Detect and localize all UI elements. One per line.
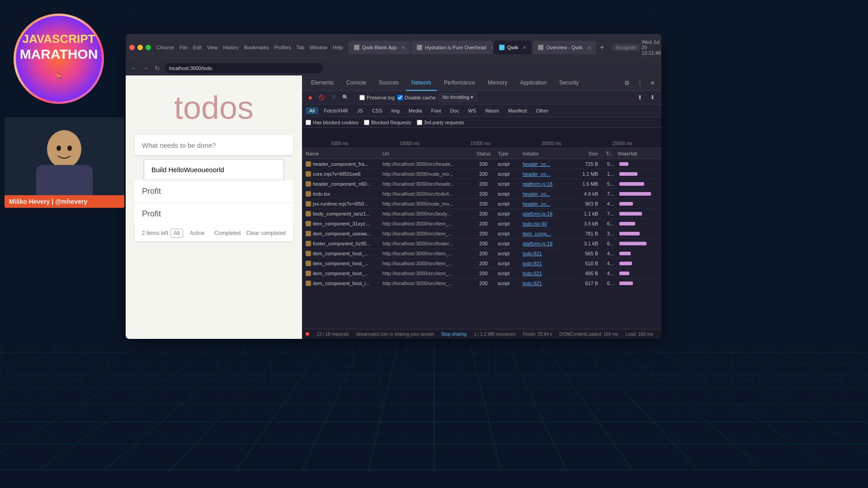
blocked-cookies-checkbox[interactable] <box>306 120 311 125</box>
tab-close-icon[interactable]: ✕ <box>523 45 526 50</box>
filter-icon[interactable]: ▽ <box>329 93 338 102</box>
table-row[interactable]: item_component_host_... http://localhost… <box>302 268 661 278</box>
menu-profiles[interactable]: Profiles <box>274 45 291 50</box>
filter-img-btn[interactable]: Img <box>388 107 403 114</box>
table-row[interactable]: todo.tsx http://localhost:3000/src/todo/… <box>302 189 661 199</box>
menu-view[interactable]: View <box>207 45 218 50</box>
devtools-tab-application[interactable]: Application <box>514 75 552 91</box>
disable-cache-label[interactable]: Disable cache <box>397 95 436 100</box>
filter-css-btn[interactable]: CSS <box>368 107 386 114</box>
todo-items-list: Profit Profit <box>126 180 302 225</box>
devtools-close-icon[interactable]: ✕ <box>647 78 658 89</box>
third-party-checkbox[interactable] <box>417 120 422 125</box>
col-initiator[interactable]: Initiator <box>521 151 571 156</box>
preserve-log-checkbox[interactable] <box>359 95 365 100</box>
filter-ws-btn[interactable]: WS <box>464 107 480 114</box>
tab-qwik[interactable]: Qwik ✕ <box>494 41 532 54</box>
reload-button[interactable]: ↻ <box>153 64 162 73</box>
blocked-cookies-label[interactable]: Has blocked cookies <box>306 120 359 125</box>
todo-new-input[interactable] <box>135 135 293 155</box>
filter-completed[interactable]: Completed <box>211 229 244 238</box>
menu-window[interactable]: Window <box>310 45 327 50</box>
menu-file[interactable]: File <box>179 45 188 50</box>
menu-chrome[interactable]: Chrome <box>156 45 174 50</box>
col-waterfall[interactable]: Waterfall <box>616 151 660 156</box>
search-icon[interactable]: 🔍 <box>341 93 350 102</box>
col-time[interactable]: Ti... <box>600 151 616 156</box>
table-row[interactable]: core.mjs?v=6f501ee8 http://localhost:300… <box>302 169 661 179</box>
devtools-panel: Elements Console Sources Network Perform… <box>302 75 661 339</box>
filter-active[interactable]: Active <box>187 229 208 238</box>
col-name[interactable]: Name <box>304 151 381 156</box>
clear-completed[interactable]: Clear completed <box>246 230 286 236</box>
filter-js-btn[interactable]: JS <box>354 107 367 114</box>
devtools-more-icon[interactable]: ⋮ <box>634 78 645 89</box>
filter-other-btn[interactable]: Other <box>532 107 552 114</box>
tab-hydration[interactable]: Hydration is Pure Overhead ✕ <box>411 41 493 54</box>
todo-item-1[interactable]: Profit <box>135 180 293 203</box>
menu-edit[interactable]: Edit <box>193 45 202 50</box>
filter-fetch-btn[interactable]: Fetch/XHR <box>320 107 352 114</box>
menu-bookmarks[interactable]: Bookmarks <box>244 45 269 50</box>
table-row[interactable]: footer_component_hz95... http://localhos… <box>302 239 661 249</box>
devtools-settings-icon[interactable]: ⚙ <box>622 78 632 89</box>
devtools-tab-memory[interactable]: Memory <box>482 75 513 91</box>
devtools-tab-performance[interactable]: Performance <box>439 75 481 91</box>
devtools-tab-elements[interactable]: Elements <box>306 75 339 91</box>
filter-font-btn[interactable]: Font <box>428 107 445 114</box>
network-rows: header_component_fra... http://localhost… <box>302 159 661 329</box>
export-icon[interactable]: ⬇ <box>647 92 658 103</box>
tab-close-icon[interactable]: ✕ <box>401 45 405 50</box>
filter-media-btn[interactable]: Media <box>405 107 426 114</box>
col-url[interactable]: Url <box>381 151 471 156</box>
menu-help[interactable]: Help <box>333 45 343 50</box>
third-party-label[interactable]: 3rd-party requests <box>417 120 464 125</box>
table-row[interactable]: item_component_host_i... http://localhos… <box>302 278 661 288</box>
stop-sharing[interactable]: Stop sharing <box>441 332 467 337</box>
menu-tab[interactable]: Tab <box>296 45 304 50</box>
table-row[interactable]: jsx-runtime.mjs?v=6f50... http://localho… <box>302 199 661 209</box>
address-bar[interactable]: localhost:3000/todo <box>165 63 323 73</box>
back-button[interactable]: ← <box>129 64 138 73</box>
clear-icon[interactable]: 🚫 <box>317 93 326 102</box>
menu-history[interactable]: History <box>223 45 238 50</box>
disable-cache-checkbox[interactable] <box>397 95 403 100</box>
filter-doc-btn[interactable]: Doc <box>447 107 463 114</box>
throttling-selector[interactable]: No throttling ▾ <box>439 93 477 102</box>
filter-all-btn[interactable]: All <box>306 107 318 114</box>
col-type[interactable]: Type <box>496 151 521 156</box>
col-size[interactable]: Size <box>571 151 600 156</box>
tab-close-icon[interactable]: ✕ <box>491 45 493 50</box>
tab-qwik-blank[interactable]: Qwik Blank App ✕ <box>349 41 410 54</box>
table-row[interactable]: body_component_tanz1... http://localhost… <box>302 209 661 219</box>
filter-manifest-btn[interactable]: Manifest <box>505 107 531 114</box>
tab-close-icon[interactable]: ✕ <box>587 45 591 50</box>
tab-overview[interactable]: Overview - Qwik ✕ <box>533 41 596 54</box>
table-row[interactable]: item_component_host_... http://localhost… <box>302 258 661 268</box>
blocked-requests-label[interactable]: Blocked Requests <box>364 120 411 125</box>
import-icon[interactable]: ⬆ <box>634 92 645 103</box>
table-row[interactable]: header_component_fra... http://localhost… <box>302 159 661 169</box>
table-row[interactable]: item_component_usewa... http://localhost… <box>302 229 661 239</box>
record-icon[interactable]: ⏺ <box>306 93 315 102</box>
devtools-tab-security[interactable]: Security <box>554 75 584 91</box>
todo-edit-input[interactable] <box>144 159 284 180</box>
close-button[interactable] <box>129 45 135 50</box>
blocked-requests-checkbox[interactable] <box>364 120 369 125</box>
minimize-button[interactable] <box>137 45 143 50</box>
maximize-button[interactable] <box>146 45 151 50</box>
filter-all[interactable]: All <box>170 229 183 238</box>
table-row[interactable]: item_component_31xyz... http://localhost… <box>302 219 661 229</box>
forward-button[interactable]: → <box>141 64 150 73</box>
preserve-log-label[interactable]: Preserve log <box>359 95 395 100</box>
todo-item-2[interactable]: Profit <box>135 203 293 225</box>
new-tab-button[interactable]: + <box>597 42 607 52</box>
devtools-tab-sources[interactable]: Sources <box>373 75 404 91</box>
table-row[interactable]: header_component_n60... http://localhost… <box>302 179 661 189</box>
table-row[interactable]: item_component_host_... http://localhost… <box>302 249 661 258</box>
col-status[interactable]: Status <box>471 151 496 156</box>
devtools-tab-network[interactable]: Network <box>406 75 437 91</box>
devtools-tab-console[interactable]: Console <box>341 75 372 91</box>
filter-wasm-btn[interactable]: Wasm <box>481 107 503 114</box>
screen-share-notice: streamyard.com is sharing your screen <box>356 332 434 337</box>
